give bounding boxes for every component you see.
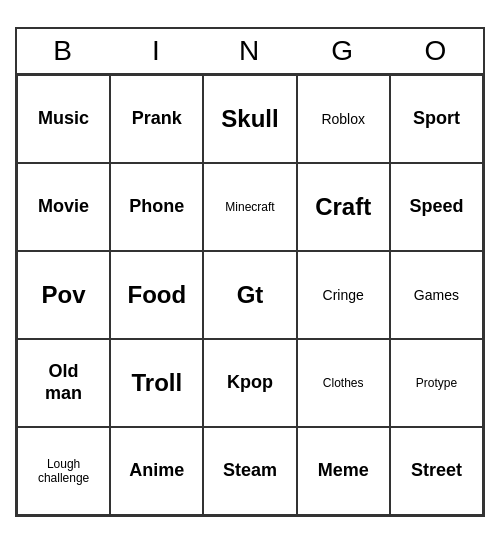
cell-r3-c2: Kpop <box>203 339 296 427</box>
cell-r3-c1: Troll <box>110 339 203 427</box>
cell-r1-c0: Movie <box>17 163 110 251</box>
cell-r4-c4: Street <box>390 427 483 515</box>
cell-r4-c2: Steam <box>203 427 296 515</box>
cell-r3-c3: Clothes <box>297 339 390 427</box>
header-letter-O: O <box>390 29 483 73</box>
cell-r3-c0: Old man <box>17 339 110 427</box>
cell-r0-c4: Sport <box>390 75 483 163</box>
header-letter-N: N <box>203 29 296 73</box>
header-letter-G: G <box>297 29 390 73</box>
cell-r4-c3: Meme <box>297 427 390 515</box>
cell-r2-c2: Gt <box>203 251 296 339</box>
cell-r3-c4: Protype <box>390 339 483 427</box>
cell-r0-c2: Skull <box>203 75 296 163</box>
cell-r2-c3: Cringe <box>297 251 390 339</box>
cell-r0-c3: Roblox <box>297 75 390 163</box>
cell-r1-c2: Minecraft <box>203 163 296 251</box>
header-letter-B: B <box>17 29 110 73</box>
bingo-card: BINGO MusicPrankSkullRobloxSportMoviePho… <box>15 27 485 517</box>
cell-r2-c1: Food <box>110 251 203 339</box>
cell-r0-c1: Prank <box>110 75 203 163</box>
cell-r2-c0: Pov <box>17 251 110 339</box>
cell-r0-c0: Music <box>17 75 110 163</box>
bingo-header: BINGO <box>17 29 483 75</box>
cell-r1-c1: Phone <box>110 163 203 251</box>
cell-r2-c4: Games <box>390 251 483 339</box>
cell-r4-c0: Lough challenge <box>17 427 110 515</box>
cell-r1-c4: Speed <box>390 163 483 251</box>
header-letter-I: I <box>110 29 203 73</box>
cell-r4-c1: Anime <box>110 427 203 515</box>
bingo-grid: MusicPrankSkullRobloxSportMoviePhoneMine… <box>17 75 483 515</box>
cell-r1-c3: Craft <box>297 163 390 251</box>
